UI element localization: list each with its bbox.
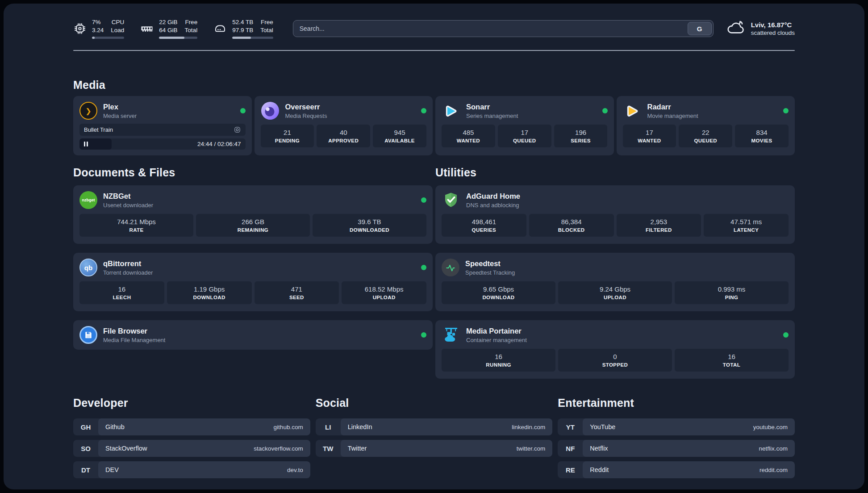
status-dot-online <box>421 332 426 338</box>
bookmark-url: dev.to <box>287 467 303 473</box>
search-input[interactable] <box>293 21 688 37</box>
cpu-progress-bar <box>92 37 124 39</box>
stat-box: 498,461 QUERIES <box>442 214 526 237</box>
stat-box: 0 STOPPED <box>558 349 672 372</box>
app-desc: DNS and adblocking <box>466 202 520 209</box>
bookmark-stackoverflow[interactable]: SO StackOverflow stackoverflow.com <box>73 440 310 457</box>
bookmark-youtube[interactable]: YT YouTube youtube.com <box>558 418 795 435</box>
stat-label: STOPPED <box>560 362 670 368</box>
adguard-icon <box>442 191 460 209</box>
stat-label: LATENCY <box>705 227 787 234</box>
bookmark-name: Twitter <box>348 445 367 452</box>
status-dot-online <box>783 332 789 338</box>
pause-icon[interactable] <box>84 142 88 146</box>
stat-value: 945 <box>375 128 425 137</box>
stat-label: UPLOAD <box>343 294 425 301</box>
header-divider <box>73 50 795 51</box>
weather-condition: scattered clouds <box>751 29 795 36</box>
weather-location-temp: Lviv, 16.87°C <box>751 21 795 29</box>
stat-label: MOVIES <box>737 138 787 144</box>
bookmark-name: Github <box>105 423 125 430</box>
stat-box: 266 GB REMAINING <box>196 214 310 237</box>
dashboard-background: 7% 3.24 CPU Load <box>4 4 864 489</box>
stat-box: 471 SEED <box>255 281 339 304</box>
app-card-sonarr[interactable]: Sonarr Series management 485 WANTED 17 Q… <box>435 96 614 155</box>
app-name: AdGuard Home <box>466 192 520 201</box>
app-card-nzbget[interactable]: nzbget NZBGet Usenet downloader 744.21 M… <box>73 185 433 244</box>
storage-stat-widget: 52.4 TB 97.9 TB Free Total <box>213 18 273 38</box>
app-card-overseerr[interactable]: Overseerr Media Requests 21 PENDING 40 A… <box>255 96 433 155</box>
app-card-adguard[interactable]: AdGuard Home DNS and adblocking 498,461 … <box>435 185 795 244</box>
app-card-filebrowser[interactable]: File Browser Media File Management <box>73 320 433 350</box>
stat-label: QUEUED <box>680 138 730 144</box>
bookmark-abbr: LI <box>316 418 341 435</box>
radarr-icon <box>623 102 642 120</box>
screenshot-frame: 7% 3.24 CPU Load <box>0 0 868 493</box>
search-engine-button[interactable]: G <box>688 22 712 35</box>
bookmark-github[interactable]: GH Github github.com <box>73 418 310 435</box>
bookmark-name: Netflix <box>590 445 608 452</box>
app-card-plex[interactable]: ❯ Plex Media server Bullet Train 24:44 <box>73 96 252 155</box>
app-desc: Media Requests <box>285 113 327 119</box>
utilities-column: Utilities AdGuard Home DNS and adblockin… <box>435 166 795 379</box>
session-camera-icon[interactable] <box>234 126 241 134</box>
app-name: Overseerr <box>285 103 327 111</box>
bookmark-abbr: NF <box>558 440 583 457</box>
app-card-radarr[interactable]: Radarr Movie management 17 WANTED 22 QUE… <box>617 96 795 155</box>
status-dot-online <box>240 108 246 113</box>
bookmark-url: stackoverflow.com <box>254 445 303 452</box>
stat-box: 2,953 FILTERED <box>617 214 701 237</box>
filebrowser-icon <box>79 326 97 344</box>
disk-free-value: 52.4 TB <box>232 18 253 26</box>
cpu-stat-widget: 7% 3.24 CPU Load <box>73 18 124 38</box>
bookmark-dev[interactable]: DT DEV dev.to <box>73 461 310 478</box>
app-name: qBittorrent <box>103 259 153 268</box>
section-title-documents: Documents & Files <box>73 166 433 179</box>
stat-label: RUNNING <box>443 362 554 368</box>
app-card-speedtest[interactable]: Speedtest Speedtest Tracking 9.65 Gbps D… <box>435 253 795 311</box>
overseerr-icon <box>261 102 280 120</box>
bookmark-twitter[interactable]: TW Twitter twitter.com <box>316 440 553 457</box>
bookmark-url: netflix.com <box>759 445 788 452</box>
app-name: File Browser <box>103 327 165 335</box>
stat-box: 47.571 ms LATENCY <box>704 214 789 237</box>
stat-label: DOWNLOAD <box>169 294 250 301</box>
app-desc: Movie management <box>647 113 698 119</box>
playback-progress-bar[interactable]: 24:44 / 02:06:47 <box>79 138 246 150</box>
section-title-social: Social <box>316 397 553 409</box>
search-bar[interactable]: G <box>293 20 714 37</box>
app-desc: Media File Management <box>103 337 165 343</box>
stat-value: 16 <box>81 285 163 293</box>
bookmark-url: youtube.com <box>753 424 788 430</box>
stat-label: LEECH <box>81 294 163 301</box>
qbittorrent-icon: qb <box>79 259 97 276</box>
disk-icon <box>213 18 227 35</box>
weather-widget: Lviv, 16.87°C scattered clouds <box>726 18 795 39</box>
app-card-qbittorrent[interactable]: qb qBittorrent Torrent downloader 16 LEE… <box>73 253 433 311</box>
bookmark-name: DEV <box>105 466 119 473</box>
bookmark-netflix[interactable]: NF Netflix netflix.com <box>558 440 795 457</box>
bookmark-abbr: TW <box>316 440 341 457</box>
stat-label: AVAILABLE <box>375 138 425 144</box>
stat-box: 16 TOTAL <box>675 349 789 372</box>
bookmark-reddit[interactable]: RE Reddit reddit.com <box>558 461 795 478</box>
app-name: NZBGet <box>103 192 153 201</box>
bookmark-abbr: GH <box>73 418 98 435</box>
ram-progress-bar <box>159 37 197 39</box>
stat-label: RATE <box>81 227 192 234</box>
stat-value: 266 GB <box>198 217 308 226</box>
stat-box: 39.6 TB DOWNLOADED <box>313 214 426 237</box>
stat-value: 834 <box>737 128 787 137</box>
bookmark-abbr: SO <box>73 440 98 457</box>
status-dot-online <box>783 108 789 113</box>
stat-box: 21 PENDING <box>261 125 314 147</box>
cpu-usage-value: 7% <box>92 18 104 26</box>
bookmark-linkedin[interactable]: LI LinkedIn linkedin.com <box>316 418 553 435</box>
stat-value: 21 <box>263 128 313 137</box>
stat-value: 22 <box>680 128 730 137</box>
stat-value: 17 <box>625 128 675 137</box>
stat-value: 40 <box>318 128 368 137</box>
ram-free-label: Free <box>185 18 197 26</box>
app-card-portainer[interactable]: Media Portainer Container management 16 … <box>435 320 795 379</box>
stat-box: 744.21 Mbps RATE <box>79 214 193 237</box>
